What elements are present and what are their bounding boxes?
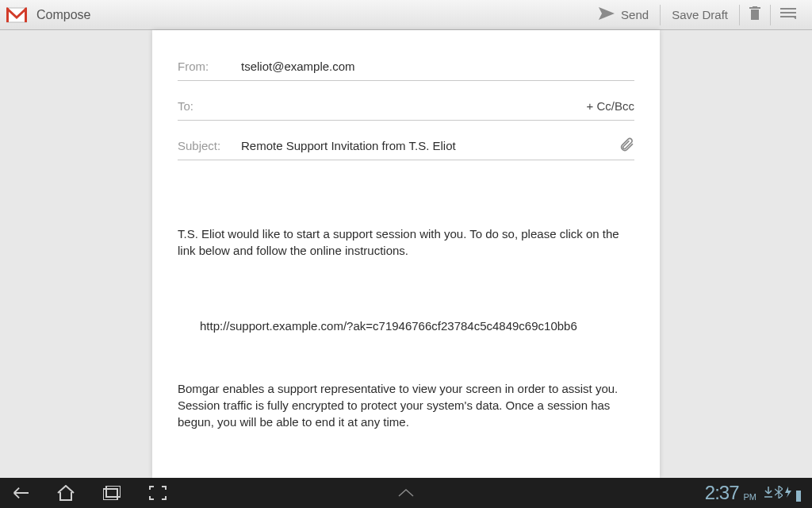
paperclip-icon[interactable] bbox=[619, 137, 634, 155]
subject-value[interactable]: Remote Support Invitation from T.S. Elio… bbox=[241, 139, 619, 152]
save-draft-label: Save Draft bbox=[672, 8, 728, 21]
battery-icon bbox=[796, 491, 801, 502]
clock-ampm: PM bbox=[744, 492, 757, 502]
body-paragraph: Bomgar enables a support representative … bbox=[178, 380, 634, 430]
body-url: http://support.example.com/?ak=c71946766… bbox=[178, 318, 634, 334]
bluetooth-icon bbox=[775, 486, 783, 502]
home-icon[interactable] bbox=[57, 484, 75, 502]
subject-row[interactable]: Subject: Remote Support Invitation from … bbox=[178, 132, 634, 160]
chevron-up-icon[interactable] bbox=[397, 484, 415, 502]
system-nav-bar: 2:37 PM bbox=[0, 478, 812, 508]
action-bar: Compose Send Save Draft bbox=[0, 0, 812, 30]
svg-rect-9 bbox=[780, 16, 796, 17]
download-icon bbox=[764, 487, 772, 501]
send-icon bbox=[599, 7, 615, 22]
compose-stage: From: tseliot@example.com To: + Cc/Bcc S… bbox=[0, 30, 812, 478]
charge-icon bbox=[785, 487, 791, 501]
svg-rect-1 bbox=[6, 8, 9, 22]
svg-rect-4 bbox=[751, 10, 759, 20]
svg-marker-13 bbox=[785, 487, 791, 498]
clock-time: 2:37 bbox=[705, 482, 739, 504]
svg-rect-8 bbox=[780, 12, 796, 13]
body-paragraph: T.S. Eliot would like to start a support… bbox=[178, 225, 634, 259]
to-label: To: bbox=[178, 99, 241, 113]
svg-marker-3 bbox=[599, 7, 615, 20]
save-draft-button[interactable]: Save Draft bbox=[661, 0, 739, 30]
svg-marker-10 bbox=[794, 17, 796, 19]
recents-icon[interactable] bbox=[103, 484, 121, 502]
page-title: Compose bbox=[36, 8, 90, 22]
from-label: From: bbox=[178, 60, 241, 73]
cc-bcc-toggle[interactable]: + Cc/Bcc bbox=[587, 99, 634, 113]
trash-icon bbox=[749, 6, 760, 23]
menu-icon bbox=[780, 8, 796, 21]
from-value: tseliot@example.com bbox=[241, 60, 634, 73]
overflow-menu-button[interactable] bbox=[771, 0, 806, 30]
svg-rect-7 bbox=[780, 8, 796, 10]
svg-rect-5 bbox=[749, 7, 760, 9]
compose-card: From: tseliot@example.com To: + Cc/Bcc S… bbox=[152, 30, 660, 478]
send-button[interactable]: Send bbox=[588, 0, 660, 30]
discard-button[interactable] bbox=[740, 0, 770, 30]
email-body[interactable]: T.S. Eliot would like to start a support… bbox=[178, 192, 634, 508]
to-row[interactable]: To: + Cc/Bcc bbox=[178, 92, 634, 121]
svg-rect-2 bbox=[25, 8, 27, 22]
back-icon[interactable] bbox=[11, 484, 29, 502]
screenshot-icon[interactable] bbox=[149, 484, 167, 502]
gmail-icon[interactable] bbox=[6, 6, 27, 24]
status-area[interactable]: 2:37 PM bbox=[705, 482, 801, 504]
svg-rect-12 bbox=[106, 486, 121, 497]
send-label: Send bbox=[621, 8, 649, 21]
from-row[interactable]: From: tseliot@example.com bbox=[178, 52, 634, 81]
svg-rect-11 bbox=[103, 489, 117, 500]
svg-rect-6 bbox=[753, 6, 757, 7]
subject-label: Subject: bbox=[178, 139, 241, 152]
